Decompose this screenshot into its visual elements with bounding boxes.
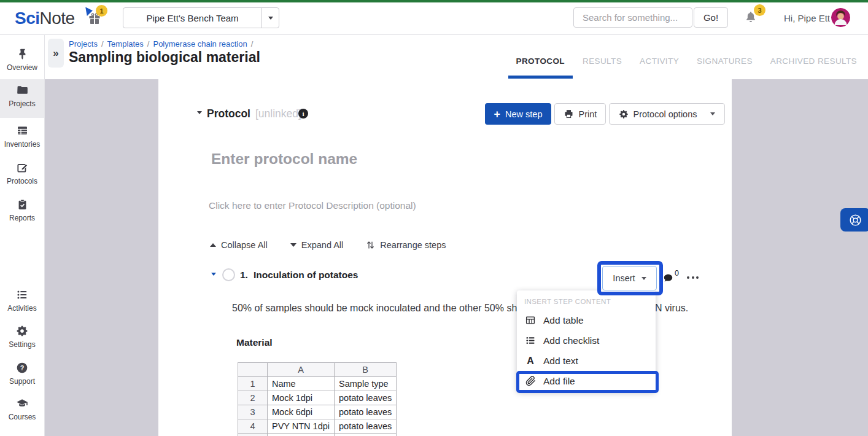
svg-text:?: ? <box>20 364 25 372</box>
sidebar-item-courses[interactable]: Courses <box>0 392 44 426</box>
protocol-options-label: Protocol options <box>634 109 697 119</box>
step-collapse-caret-icon[interactable] <box>211 273 216 276</box>
clipboard-icon <box>17 198 28 211</box>
table-cell[interactable]: potato leaves <box>335 419 397 434</box>
graduation-cap-icon <box>15 397 29 410</box>
sidebar-item-overview[interactable]: Overview <box>0 43 44 77</box>
sidebar-item-settings[interactable]: Settings <box>0 320 44 354</box>
row-number: 3 <box>238 405 268 419</box>
sidebar-item-activities[interactable]: Activities <box>0 284 44 317</box>
dot-icon <box>687 276 689 279</box>
help-widget-button[interactable] <box>840 208 868 232</box>
step-comments-button[interactable]: 0 <box>662 269 679 284</box>
life-buoy-icon <box>848 212 863 228</box>
material-heading: Material <box>236 337 273 348</box>
protocol-options-button[interactable]: Protocol options <box>609 103 725 125</box>
rearrange-steps-button[interactable]: Rearrange steps <box>366 240 446 250</box>
table-cell[interactable]: Mock 1dpi <box>268 391 335 405</box>
avatar[interactable] <box>831 8 850 27</box>
protocol-description-field[interactable]: Click here to enter Protocol Description… <box>209 200 416 211</box>
table-cell[interactable]: PVY NTN 1dpi <box>268 419 335 434</box>
scinote-logo[interactable]: SciNote <box>15 9 75 28</box>
print-button[interactable]: Print <box>554 103 606 125</box>
menu-item-add-checklist[interactable]: Add checklist <box>517 330 656 351</box>
grid-icon <box>16 125 29 137</box>
breadcrumb-link-pcr[interactable]: Polymerase chain reaction <box>153 39 247 49</box>
comment-count: 0 <box>675 269 679 278</box>
column-header-a: A <box>268 363 335 377</box>
sidebar-item-inventories[interactable]: Inventories <box>0 120 44 154</box>
print-label: Print <box>579 109 597 119</box>
table-row: 4 PVY NTN 1dpi potato leaves <box>238 419 397 434</box>
step-complete-checkbox[interactable] <box>222 268 235 281</box>
row-number: 4 <box>238 419 268 434</box>
sidebar-item-label: Reports <box>9 214 35 222</box>
pin-icon <box>16 48 28 60</box>
step-title[interactable]: Inoculation of potatoes <box>254 270 358 281</box>
search-input[interactable] <box>574 8 692 27</box>
sidebar-item-label: Overview <box>7 63 37 72</box>
breadcrumb-separator: / <box>251 39 254 49</box>
breadcrumb-link-projects[interactable]: Projects <box>69 39 98 49</box>
collapse-all-button[interactable]: Collapse All <box>210 240 268 250</box>
insert-button[interactable]: Insert <box>602 266 657 290</box>
team-selector-caret-button[interactable] <box>262 8 279 28</box>
sidebar-item-support[interactable]: ? Support <box>0 357 44 391</box>
protocol-link-state: [unlinked] <box>255 107 301 120</box>
question-icon: ? <box>16 362 28 374</box>
insert-step-content-menu: INSERT STEP CONTENT Add table Add checkl… <box>517 290 656 392</box>
table-cell[interactable]: potato leaves <box>335 405 397 419</box>
edit-icon <box>16 162 28 174</box>
list-icon <box>16 289 28 301</box>
table-row: 2 Mock 1dpi potato leaves <box>238 391 397 405</box>
gift-badge: 1 <box>96 5 107 17</box>
table-cell[interactable]: potato leaves <box>335 391 397 405</box>
menu-item-add-file[interactable]: Add file <box>517 371 656 391</box>
team-selector[interactable]: Pipe Ett's Bench Team <box>123 7 279 28</box>
tab-activity[interactable]: ACTIVITY <box>640 56 679 66</box>
printer-icon <box>564 109 574 119</box>
sidebar-item-reports[interactable]: Reports <box>0 193 44 227</box>
table-cell[interactable]: Mock 6dpi <box>268 405 335 419</box>
plus-icon: + <box>494 109 501 120</box>
menu-item-add-text[interactable]: A Add text <box>517 351 656 371</box>
global-search <box>573 7 692 28</box>
table-cell[interactable]: Name <box>268 377 335 391</box>
table-row: 3 Mock 6dpi potato leaves <box>238 405 397 419</box>
page-header: » Projects/Templates/Polymerase chain re… <box>45 35 868 79</box>
tab-results[interactable]: RESULTS <box>583 56 622 66</box>
chevron-down-icon <box>710 112 715 115</box>
sidebar-item-label: Settings <box>9 340 35 349</box>
table-cell[interactable]: Sample type <box>335 377 397 391</box>
search-go-button[interactable]: Go! <box>694 7 728 28</box>
tab-archived-results[interactable]: ARCHIVED RESULTS <box>770 56 857 66</box>
tab-bar: PROTOCOL RESULTS ACTIVITY SIGNATURES ARC… <box>516 56 857 66</box>
table-header-row: A B <box>238 363 397 377</box>
steps-toolbar: Collapse All Expand All Rearrange steps <box>210 240 446 250</box>
expand-all-label: Expand All <box>301 240 344 250</box>
menu-item-add-table[interactable]: Add table <box>517 310 656 330</box>
new-step-button[interactable]: + New step <box>485 103 551 125</box>
sidebar-item-label: Support <box>9 377 35 386</box>
expand-all-button[interactable]: Expand All <box>290 240 344 250</box>
rearrange-arrows-icon <box>366 240 375 250</box>
text-icon: A <box>527 356 534 367</box>
info-icon[interactable]: i <box>298 109 308 119</box>
menu-item-label: Add text <box>543 356 578 367</box>
sidebar-item-projects[interactable]: Projects <box>0 79 44 118</box>
team-name: Pipe Ett's Bench Team <box>123 8 262 28</box>
section-collapse-caret-icon[interactable] <box>197 111 202 114</box>
paperclip-icon <box>525 376 536 386</box>
row-number: 2 <box>238 391 268 405</box>
chevron-down-icon <box>268 17 273 20</box>
breadcrumb-link-templates[interactable]: Templates <box>107 39 144 49</box>
sidebar-item-protocols[interactable]: Protocols <box>0 157 44 190</box>
tab-signatures[interactable]: SIGNATURES <box>697 56 753 66</box>
step-more-options-button[interactable] <box>687 276 699 279</box>
sidebar-collapse-button[interactable]: » <box>48 39 64 68</box>
protocol-name-field[interactable]: Enter protocol name <box>211 150 357 168</box>
table-icon <box>525 315 536 325</box>
breadcrumb-separator: / <box>101 39 104 49</box>
tab-protocol[interactable]: PROTOCOL <box>516 56 565 66</box>
step-table: A B 1 Name Sample type 2 Mock 1dpi potat… <box>238 362 397 436</box>
